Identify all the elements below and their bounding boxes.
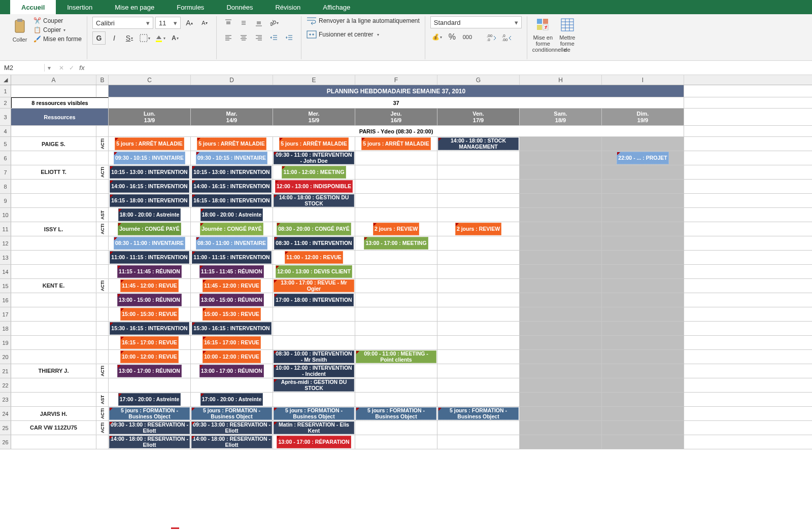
grid-cell[interactable] xyxy=(96,236,109,250)
day-cell[interactable] xyxy=(602,364,684,378)
schedule-event[interactable]: 08:30 - 10:00 : INTERVENTION - Mr Smith xyxy=(274,350,354,363)
day-cell[interactable]: 11:15 - 11:45 : RÉUNION xyxy=(109,265,191,278)
row-header[interactable]: 17 xyxy=(0,307,11,321)
align-center-icon[interactable] xyxy=(237,31,250,45)
schedule-event[interactable]: 5 jours : FORMATION - Business Object xyxy=(274,407,354,420)
day-cell[interactable] xyxy=(602,137,684,151)
day-cell[interactable] xyxy=(437,279,520,293)
schedule-event[interactable]: 17:00 - 20:00 : Astreinte xyxy=(200,393,263,406)
schedule-event[interactable]: 11:00 - 11:15 : INTERVENTION xyxy=(192,251,271,264)
day-cell[interactable] xyxy=(602,307,684,321)
schedule-event[interactable]: 14:00 - 16:15 : INTERVENTION xyxy=(192,180,271,193)
column-header-E[interactable]: E xyxy=(273,75,355,85)
grid-cell[interactable]: 37 xyxy=(109,97,684,108)
day-cell[interactable] xyxy=(437,364,520,378)
row-header[interactable]: 4 xyxy=(0,126,11,136)
grid-cell[interactable]: ISSY L. xyxy=(11,222,96,236)
day-cell[interactable] xyxy=(520,393,602,406)
day-cell[interactable]: 17:00 - 18:00 : INTERVENTION xyxy=(273,293,355,307)
schedule-event[interactable]: 18:00 - 20:00 : Astreinte xyxy=(200,208,263,221)
day-cell[interactable] xyxy=(520,279,602,293)
increase-indent-icon[interactable] xyxy=(283,31,296,45)
namebox-dropdown-icon[interactable]: ▾ xyxy=(45,64,54,72)
day-cell[interactable]: 10:00 - 12:00 : INTERVENTION - Incident xyxy=(273,364,355,378)
day-cell[interactable] xyxy=(602,378,684,392)
tab-affichage[interactable]: Affichage xyxy=(312,0,361,14)
fx-icon[interactable]: fx xyxy=(79,64,85,72)
align-bottom-icon[interactable] xyxy=(252,16,265,29)
grid-cell[interactable]: Ressources xyxy=(11,109,109,125)
row-header[interactable]: 18 xyxy=(0,322,11,335)
tab-mise-en-page[interactable]: Mise en page xyxy=(104,0,165,14)
day-cell[interactable] xyxy=(437,293,520,307)
paste-button[interactable]: Coller xyxy=(9,16,30,43)
day-cell[interactable]: 09:30 - 10:15 : INVENTAIRE xyxy=(191,151,273,165)
day-cell[interactable] xyxy=(520,151,602,165)
day-cell[interactable] xyxy=(602,421,684,435)
day-cell[interactable]: 14:00 - 18:00 : RESERVATION - Eliott xyxy=(191,435,273,449)
grid-cell[interactable] xyxy=(96,435,109,449)
grid-cell[interactable]: ACTI xyxy=(96,364,109,378)
day-cell[interactable] xyxy=(520,180,602,193)
schedule-event[interactable]: 09:30 - 13:00 : RESERVATION - Eliott xyxy=(109,421,190,434)
day-cell[interactable] xyxy=(437,251,520,264)
day-cell[interactable]: 08:30 - 11:00 : INVENTAIRE xyxy=(191,236,273,250)
schedule-event[interactable]: 22:00 - ... : PROJET xyxy=(617,152,668,164)
name-box[interactable]: M2 xyxy=(0,64,45,72)
worksheet-grid[interactable]: 1PLANNING HEBDOMADAIRE SEMAINE 37, 20102… xyxy=(0,85,812,449)
schedule-event[interactable]: Après-midi : GESTION DU STOCK xyxy=(274,379,354,392)
grid-cell[interactable]: AST xyxy=(96,393,109,406)
day-cell[interactable]: 09:30 - 13:00 : RESERVATION - Eliott xyxy=(191,421,273,435)
row-header[interactable]: 25 xyxy=(0,421,11,435)
day-cell[interactable]: 13:00 - 17:00 : MEETING xyxy=(355,236,437,250)
day-cell[interactable]: 5 jours : ARRÊT MALADIE xyxy=(191,137,273,151)
grid-cell[interactable] xyxy=(11,435,96,449)
merge-center-button[interactable]: Fusionner et centrer▾ xyxy=(307,30,379,39)
day-cell[interactable] xyxy=(602,435,684,449)
align-left-icon[interactable] xyxy=(222,31,235,45)
day-cell[interactable]: 09:30 - 13:00 : RESERVATION - Eliott xyxy=(109,421,191,435)
format-painter-button[interactable]: Mise en forme xyxy=(43,36,82,43)
schedule-event[interactable]: 12:00 - 13:00 : DEVIS CLIENT xyxy=(276,265,352,278)
schedule-event[interactable]: 15:30 - 16:15 : INTERVENTION xyxy=(192,322,271,335)
row-header[interactable]: 23 xyxy=(0,393,11,406)
row-header[interactable]: 16 xyxy=(0,293,11,307)
thousands-icon[interactable]: 000 xyxy=(461,30,474,44)
day-cell[interactable]: 16:15 - 17:00 : REVUE xyxy=(191,336,273,349)
underline-button[interactable]: S▾ xyxy=(123,31,136,45)
day-cell[interactable] xyxy=(602,180,684,193)
column-header-D[interactable]: D xyxy=(191,75,273,85)
grid-cell[interactable] xyxy=(96,251,109,264)
schedule-event[interactable]: 16:15 - 18:00 : INTERVENTION xyxy=(192,194,271,207)
day-cell[interactable]: 10:15 - 13:00 : INTERVENTION xyxy=(191,165,273,179)
schedule-event[interactable]: Journée : CONGÉ PAYÉ xyxy=(118,223,181,235)
row-header[interactable]: 1 xyxy=(0,85,11,97)
schedule-event[interactable]: 5 jours : FORMATION - Business Object xyxy=(109,407,190,420)
day-cell[interactable] xyxy=(602,265,684,278)
row-header[interactable]: 15 xyxy=(0,279,11,293)
schedule-event[interactable]: 13:00 - 17:00 : MEETING xyxy=(364,237,428,250)
grid-cell[interactable]: ACTI xyxy=(96,407,109,420)
grid-cell[interactable] xyxy=(11,378,96,392)
fill-color-button[interactable]: ▾ xyxy=(153,31,166,45)
column-header-I[interactable]: I xyxy=(602,75,684,85)
grid-cell[interactable] xyxy=(96,180,109,193)
grid-cell[interactable]: ACTI xyxy=(96,421,109,435)
day-cell[interactable] xyxy=(437,265,520,278)
schedule-event[interactable]: 14:00 - 16:15 : INTERVENTION xyxy=(110,180,189,193)
schedule-event[interactable]: 5 jours : FORMATION - Business Object xyxy=(438,407,519,420)
day-cell[interactable]: 13:00 - 15:00 : RÉUNION xyxy=(109,293,191,307)
grid-cell[interactable] xyxy=(11,208,96,222)
day-cell[interactable]: 2 jours : REVIEW xyxy=(355,222,437,236)
day-cell[interactable] xyxy=(602,279,684,293)
day-cell[interactable]: 08:30 - 10:00 : INTERVENTION - Mr Smith xyxy=(273,350,355,364)
day-cell[interactable] xyxy=(602,165,684,179)
day-cell[interactable] xyxy=(602,393,684,406)
day-cell[interactable]: 11:00 - 12:00 : REVUE xyxy=(273,251,355,264)
day-cell[interactable] xyxy=(602,251,684,264)
row-header[interactable]: 13 xyxy=(0,251,11,264)
grid-cell[interactable]: PLANNING HEBDOMADAIRE SEMAINE 37, 2010 xyxy=(109,85,684,97)
schedule-event[interactable]: 2 jours : REVIEW xyxy=(373,223,419,235)
day-cell[interactable] xyxy=(520,336,602,349)
day-cell[interactable]: 09:30 - 11:00 : INTERVENTION - John Doe xyxy=(273,151,355,165)
